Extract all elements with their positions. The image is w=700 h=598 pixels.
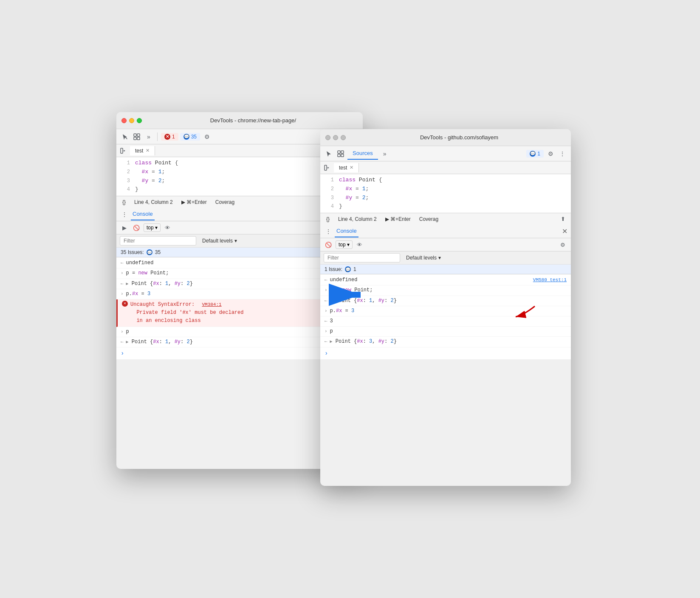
- more-icon-right[interactable]: ⋮: [557, 149, 567, 159]
- output-undefined: undefined: [126, 259, 154, 267]
- run-console-btn-left[interactable]: ▶: [120, 223, 129, 232]
- title-bar-left: DevTools - chrome://new-tab-page/: [116, 112, 363, 129]
- top-dropdown-left[interactable]: top ▾: [144, 223, 161, 232]
- code-line-1-right: 1 class Point {: [320, 176, 571, 185]
- svg-rect-8: [338, 151, 340, 153]
- run-btn-right[interactable]: ▶ ⌘+Enter: [383, 215, 413, 223]
- info-badge[interactable]: 💬 35: [180, 133, 200, 141]
- r-arrow-left-4: ←: [325, 338, 327, 346]
- location-left[interactable]: Line 4, Column 2: [132, 198, 175, 206]
- arrow-right-2: ›: [121, 291, 124, 298]
- more-tools-icon-right[interactable]: »: [380, 149, 390, 159]
- console-menu-left[interactable]: ⋮: [120, 211, 129, 218]
- settings-icon-right[interactable]: ⚙: [545, 149, 556, 159]
- svg-rect-2: [137, 134, 140, 136]
- sources-tab[interactable]: Sources: [347, 147, 378, 160]
- panel-icon-left[interactable]: [118, 146, 128, 156]
- close-button-right[interactable]: [325, 135, 330, 140]
- format-btn-right[interactable]: {}: [324, 215, 332, 223]
- code-content-3-left: #y = 2;: [135, 177, 165, 186]
- r-arrow-left-2: ←: [325, 297, 327, 305]
- svg-rect-12: [325, 165, 327, 170]
- maximize-button-right[interactable]: [341, 135, 346, 140]
- output-point-2: ▶ Point {#x: 1, #y: 2}: [126, 338, 193, 346]
- console-close-right[interactable]: ✕: [562, 227, 567, 235]
- output-point-1: ▶ Point {#x: 1, #y: 2}: [126, 280, 193, 288]
- coverage-left[interactable]: Coverag: [213, 198, 237, 206]
- minimize-button-right[interactable]: [333, 135, 338, 140]
- default-levels-left[interactable]: Default levels ▾: [200, 237, 240, 245]
- code-line-4-right: 4 }: [320, 202, 571, 211]
- issues-count-left: 35: [155, 249, 161, 255]
- issues-count-right: 1: [353, 266, 356, 272]
- eye-btn-left[interactable]: 👁: [163, 223, 172, 232]
- location-right[interactable]: Line 4, Column 2: [336, 215, 379, 223]
- red-arrow-annotation: [511, 304, 537, 321]
- code-content-2-left: #x = 1;: [135, 168, 165, 177]
- inspect-icon[interactable]: [132, 132, 142, 142]
- file-tab-name-right: test: [339, 165, 347, 171]
- default-levels-right[interactable]: Default levels ▾: [404, 254, 443, 262]
- console-header-right: ⋮ Console ✕: [320, 225, 571, 238]
- info-badge-icon: 💬: [183, 134, 189, 140]
- cursor-icon-right[interactable]: [324, 149, 334, 159]
- top-chevron-left: ▾: [155, 225, 158, 231]
- default-levels-label-left: Default levels: [202, 238, 233, 244]
- console-title-left: Console: [131, 208, 155, 220]
- r-arrow-right-3: ›: [325, 328, 327, 336]
- minimize-button-left[interactable]: [129, 118, 134, 123]
- error-count: 1: [172, 134, 175, 140]
- default-levels-label-right: Default levels: [406, 255, 437, 261]
- r-input-3-text: p: [330, 327, 333, 336]
- console-prompt-right[interactable]: ›: [320, 347, 571, 358]
- arrow-left-1: ←: [121, 260, 124, 267]
- issues-text-right: 1 Issue:: [325, 266, 342, 272]
- settings-icon-left[interactable]: ⚙: [202, 132, 212, 142]
- block-btn-left[interactable]: 🚫: [132, 223, 141, 232]
- line-num-4-left: 4: [120, 186, 130, 194]
- info-badge-right[interactable]: 💬 1: [526, 150, 544, 158]
- block-btn-right[interactable]: 🚫: [324, 240, 333, 249]
- filter-input-right[interactable]: [324, 253, 400, 262]
- file-tab-close-right[interactable]: ✕: [350, 165, 353, 170]
- input-3-text: p: [126, 328, 129, 336]
- r-link-vm580[interactable]: VM580 test:1: [529, 276, 567, 284]
- svg-rect-1: [134, 134, 136, 136]
- expand-btn-right[interactable]: ⬆: [558, 214, 567, 224]
- more-tools-icon[interactable]: »: [144, 132, 154, 142]
- error-badge[interactable]: ✕ 1: [161, 133, 178, 141]
- maximize-button-left[interactable]: [137, 118, 142, 123]
- top-label-right: top: [339, 242, 346, 248]
- code-content-2-right: #x = 1;: [339, 185, 369, 194]
- inspect-icon-right[interactable]: [336, 149, 346, 159]
- r-console-line-point-2: ← ▶ Point {#x: 3, #y: 2}: [320, 337, 571, 347]
- eye-btn-right[interactable]: 👁: [355, 240, 364, 249]
- console-menu-right[interactable]: ⋮: [324, 228, 333, 235]
- file-tab-close-left[interactable]: ✕: [146, 148, 150, 153]
- file-tab-left[interactable]: test ✕: [130, 146, 155, 155]
- status-bar-right: {} Line 4, Column 2 ▶ ⌘+Enter Coverag ⬆: [320, 213, 571, 225]
- code-content-1-left: class Point {: [135, 159, 178, 168]
- filter-input-left[interactable]: [120, 236, 196, 245]
- panel-icon-right[interactable]: [322, 163, 332, 173]
- line-num-1-left: 1: [120, 159, 130, 167]
- svg-rect-5: [121, 148, 123, 153]
- link-vm384[interactable]: VM384:1: [198, 302, 221, 307]
- r-arrow-right-2: ›: [325, 307, 327, 315]
- issues-text-left: 35 Issues:: [121, 249, 144, 255]
- coverage-right[interactable]: Coverag: [417, 215, 441, 223]
- run-btn-left[interactable]: ▶ ⌘+Enter: [179, 198, 209, 206]
- gear-btn-right[interactable]: ⚙: [558, 240, 567, 249]
- file-tab-right[interactable]: test ✕: [334, 163, 359, 172]
- prompt-cursor-right: ›: [325, 350, 328, 357]
- error-text-3: in an enclosing class: [130, 318, 201, 324]
- cursor-icon[interactable]: [120, 132, 130, 142]
- issues-bar-right: 1 Issue: 💬 1: [320, 265, 571, 274]
- traffic-lights-left: [121, 118, 142, 123]
- top-dropdown-right[interactable]: top ▾: [336, 240, 353, 249]
- close-button-left[interactable]: [121, 118, 127, 123]
- file-tab-name-left: test: [135, 148, 143, 154]
- format-btn-left[interactable]: {}: [120, 198, 128, 206]
- input-2-text: p.#x = 3: [126, 290, 151, 298]
- r-arrow-left-1: ←: [325, 276, 327, 284]
